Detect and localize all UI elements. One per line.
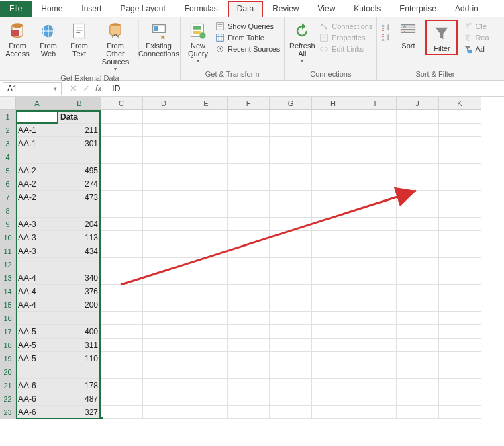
tab-home[interactable]: Home	[32, 1, 72, 17]
cell[interactable]	[143, 352, 185, 365]
cell[interactable]	[397, 150, 439, 164]
cell[interactable]	[143, 244, 185, 258]
cell[interactable]	[397, 137, 439, 150]
cell[interactable]	[270, 258, 312, 271]
cell[interactable]	[354, 204, 397, 218]
cell[interactable]	[312, 379, 354, 392]
cell[interactable]: AA-4	[16, 271, 58, 285]
cell[interactable]	[143, 392, 185, 406]
row-header[interactable]: 14	[0, 285, 16, 298]
cell[interactable]	[312, 392, 354, 406]
cell[interactable]	[397, 258, 439, 271]
cell[interactable]	[270, 379, 312, 392]
cell[interactable]	[101, 285, 143, 298]
row-header[interactable]: 9	[0, 218, 16, 231]
cell[interactable]: AA-3	[16, 218, 58, 231]
cell[interactable]	[312, 258, 354, 271]
cell[interactable]	[185, 352, 228, 365]
tab-review[interactable]: Review	[263, 1, 308, 17]
cell[interactable]	[270, 137, 312, 150]
column-header[interactable]: B	[58, 97, 101, 110]
cell[interactable]	[439, 218, 481, 231]
cell[interactable]	[354, 392, 397, 406]
cell[interactable]	[270, 365, 312, 379]
cell[interactable]	[101, 339, 143, 352]
row-header[interactable]: 19	[0, 352, 16, 365]
cell[interactable]	[16, 150, 58, 164]
cell[interactable]	[270, 110, 312, 124]
cell[interactable]: AA-5	[16, 352, 58, 365]
cell[interactable]	[397, 271, 439, 285]
cell[interactable]	[185, 406, 228, 419]
row-header[interactable]: 15	[0, 298, 16, 312]
cell[interactable]	[312, 177, 354, 191]
cell[interactable]	[228, 271, 270, 285]
cell[interactable]	[312, 339, 354, 352]
cell[interactable]	[397, 379, 439, 392]
recent-sources-button[interactable]: Recent Sources	[215, 44, 280, 54]
cell[interactable]	[143, 150, 185, 164]
cell[interactable]: AA-1	[16, 124, 58, 137]
cell[interactable]	[143, 339, 185, 352]
cell[interactable]	[354, 218, 397, 231]
cell[interactable]: AA-6	[16, 392, 58, 406]
cell[interactable]	[439, 365, 481, 379]
cell[interactable]	[185, 392, 228, 406]
spreadsheet-grid[interactable]: ABCDEFGHIJK 1IDData2AA-12113AA-130145AA-…	[0, 97, 504, 419]
row-header[interactable]: 21	[0, 379, 16, 392]
tab-insert[interactable]: Insert	[72, 1, 111, 17]
cell[interactable]	[397, 177, 439, 191]
cell[interactable]: Data	[58, 110, 101, 124]
cell[interactable]	[228, 244, 270, 258]
cell[interactable]	[185, 379, 228, 392]
cell[interactable]	[58, 258, 101, 271]
cell[interactable]	[185, 231, 228, 244]
row-header[interactable]: 6	[0, 177, 16, 191]
cell[interactable]	[354, 191, 397, 204]
cell[interactable]	[270, 406, 312, 419]
column-header[interactable]: G	[270, 97, 312, 110]
cell[interactable]: 200	[58, 298, 101, 312]
cell[interactable]	[354, 271, 397, 285]
column-header[interactable]: I	[354, 97, 397, 110]
cell[interactable]	[185, 204, 228, 218]
cell[interactable]	[354, 298, 397, 312]
cell[interactable]	[58, 150, 101, 164]
cell[interactable]	[439, 325, 481, 339]
cell[interactable]	[143, 177, 185, 191]
cell[interactable]: 495	[58, 164, 101, 177]
cell[interactable]	[185, 137, 228, 150]
cell[interactable]	[354, 406, 397, 419]
cell[interactable]	[354, 325, 397, 339]
cell[interactable]	[439, 406, 481, 419]
cell[interactable]	[397, 406, 439, 419]
cell[interactable]	[397, 392, 439, 406]
cell[interactable]	[439, 379, 481, 392]
cell[interactable]	[354, 137, 397, 150]
cell[interactable]	[143, 191, 185, 204]
cell[interactable]	[185, 244, 228, 258]
cell[interactable]	[439, 312, 481, 325]
cell[interactable]	[101, 231, 143, 244]
cell[interactable]	[228, 231, 270, 244]
tab-add-in[interactable]: Add-in	[446, 1, 488, 17]
cell[interactable]	[439, 191, 481, 204]
cell[interactable]	[101, 379, 143, 392]
cell[interactable]: 178	[58, 379, 101, 392]
cell[interactable]	[185, 110, 228, 124]
new-query-button[interactable]: New Query ▾	[185, 20, 211, 64]
cell[interactable]	[439, 164, 481, 177]
cell[interactable]	[58, 365, 101, 379]
cell[interactable]	[439, 177, 481, 191]
cell[interactable]	[312, 298, 354, 312]
cell[interactable]	[312, 218, 354, 231]
cell[interactable]	[312, 244, 354, 258]
cell[interactable]	[101, 110, 143, 124]
tab-view[interactable]: View	[309, 1, 345, 17]
cell[interactable]	[354, 379, 397, 392]
tab-data[interactable]: Data	[228, 1, 263, 17]
column-header[interactable]: E	[185, 97, 228, 110]
select-all-corner[interactable]	[0, 97, 16, 110]
cell[interactable]	[354, 312, 397, 325]
cell[interactable]: AA-2	[16, 164, 58, 177]
